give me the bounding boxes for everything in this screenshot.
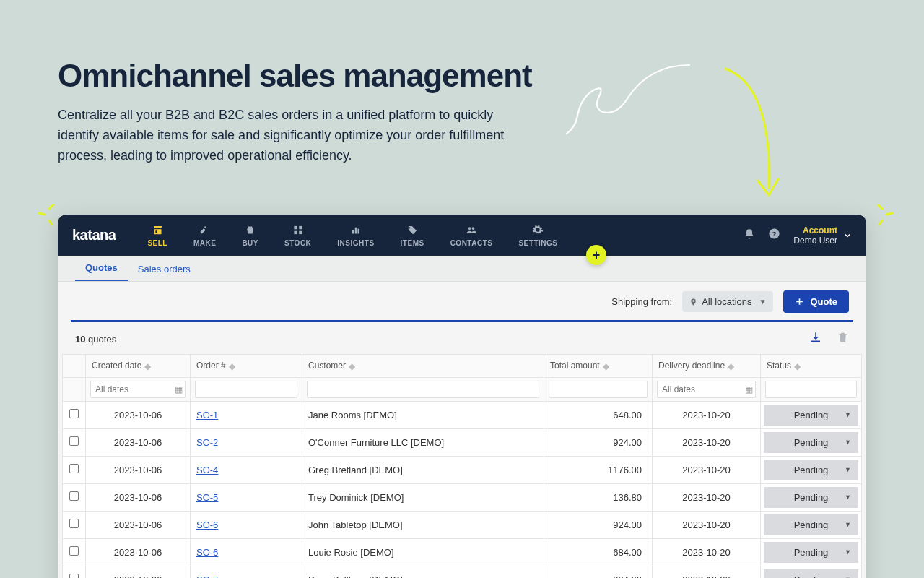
- cell-customer: John Tabletop [DEMO]: [302, 511, 544, 538]
- filter-status[interactable]: [765, 381, 857, 398]
- row-checkbox[interactable]: [69, 436, 79, 446]
- chart-icon: [350, 223, 362, 236]
- decorative-arrow-icon: [722, 65, 780, 210]
- row-checkbox[interactable]: [69, 409, 79, 418]
- account-menu[interactable]: Account Demo User: [793, 225, 852, 246]
- order-link[interactable]: SO-2: [196, 437, 218, 448]
- nav-buy[interactable]: BUY: [229, 215, 271, 256]
- cell-deadline: 2023-10-20: [653, 401, 761, 428]
- brand-logo[interactable]: katana: [72, 227, 116, 243]
- cell-amount: 924.00: [544, 511, 653, 538]
- nav-label: SETTINGS: [518, 239, 557, 247]
- add-fab-button[interactable]: +: [586, 245, 606, 265]
- help-icon[interactable]: ?: [768, 228, 780, 243]
- table-row: 2023-10-06SO-6Louie Rosie [DEMO]684.0020…: [63, 538, 862, 566]
- cell-amount: 136.80: [544, 483, 653, 511]
- table-row: 2023-10-06SO-5Trey Dominick [DEMO]136.80…: [63, 483, 862, 511]
- row-checkbox[interactable]: [69, 491, 79, 501]
- nav-stock[interactable]: STOCK: [271, 215, 324, 256]
- svg-rect-0: [294, 225, 297, 228]
- location-selector[interactable]: All locations ▼: [682, 291, 773, 312]
- filter-amount[interactable]: [549, 381, 648, 398]
- tag-icon: [406, 223, 419, 236]
- chevron-down-icon: ▼: [759, 298, 767, 306]
- table-row: 2023-10-06SO-7Pepe Ballham [DEMO]924.002…: [63, 566, 862, 578]
- download-icon[interactable]: [809, 331, 822, 347]
- boxes-icon: [292, 223, 304, 236]
- row-checkbox[interactable]: [69, 464, 79, 473]
- nav-settings[interactable]: SETTINGS: [505, 215, 570, 256]
- app-window: katana SELLMAKEBUYSTOCKINSIGHTSITEMSCONT…: [58, 215, 866, 578]
- caret-down-icon: ▼: [845, 411, 851, 418]
- svg-text:?: ?: [772, 230, 777, 238]
- store-icon: [152, 223, 164, 236]
- caret-down-icon: ▼: [845, 521, 851, 528]
- topbar: katana SELLMAKEBUYSTOCKINSIGHTSITEMSCONT…: [58, 215, 866, 256]
- svg-rect-5: [355, 227, 357, 233]
- status-dropdown[interactable]: Pending▼: [764, 460, 858, 480]
- table-row: 2023-10-06SO-1Jane Rooms [DEMO]648.00202…: [63, 401, 862, 428]
- filter-deadline[interactable]: [657, 381, 756, 398]
- cell-amount: 924.00: [544, 428, 653, 456]
- new-quote-button[interactable]: Quote: [783, 290, 849, 313]
- nav-sell[interactable]: SELL: [134, 215, 180, 256]
- account-user: Demo User: [793, 236, 837, 246]
- decorative-burst-left-icon: [33, 204, 55, 226]
- filter-customer[interactable]: [307, 381, 539, 398]
- order-link[interactable]: SO-5: [196, 492, 218, 503]
- filter-order[interactable]: [195, 381, 297, 398]
- cell-customer: Pepe Ballham [DEMO]: [302, 566, 544, 578]
- nav-contacts[interactable]: CONTACTS: [437, 215, 506, 256]
- pin-icon: [689, 297, 697, 307]
- table-row: 2023-10-06SO-2O'Conner Furniture LLC [DE…: [63, 428, 862, 456]
- nav-insights[interactable]: INSIGHTS: [324, 215, 387, 256]
- col-deadline[interactable]: Delivery deadline◆: [653, 355, 761, 378]
- caret-down-icon: ▼: [845, 493, 851, 501]
- nav-label: BUY: [242, 239, 258, 247]
- nav-items[interactable]: ITEMS: [388, 215, 437, 256]
- svg-point-7: [468, 227, 471, 230]
- cell-amount: 684.00: [544, 538, 653, 566]
- quotes-table: Created date◆ Order #◆ Customer◆ Total a…: [62, 354, 862, 578]
- status-dropdown[interactable]: Pending▼: [764, 542, 858, 563]
- cell-customer: Jane Rooms [DEMO]: [302, 401, 544, 428]
- cell-deadline: 2023-10-20: [653, 483, 761, 511]
- cell-created: 2023-10-06: [86, 456, 191, 483]
- tab-quotes[interactable]: Quotes: [75, 256, 128, 281]
- row-checkbox[interactable]: [69, 546, 79, 556]
- nav-make[interactable]: MAKE: [180, 215, 229, 256]
- toolbar: Shipping from: All locations ▼ Quote: [58, 282, 866, 320]
- row-checkbox[interactable]: [69, 519, 79, 528]
- tabbar: QuotesSales orders: [58, 256, 866, 282]
- results-count: 10 quotes: [75, 334, 116, 345]
- bell-icon[interactable]: [744, 228, 755, 243]
- tab-sales-orders[interactable]: Sales orders: [128, 257, 201, 281]
- order-link[interactable]: SO-7: [196, 574, 218, 578]
- col-amount[interactable]: Total amount◆: [544, 355, 653, 378]
- cell-created: 2023-10-06: [86, 401, 191, 428]
- nav-label: ITEMS: [401, 239, 424, 247]
- filter-created[interactable]: [90, 381, 186, 398]
- trash-icon[interactable]: [837, 331, 849, 347]
- col-created[interactable]: Created date◆: [86, 355, 191, 378]
- order-link[interactable]: SO-6: [196, 519, 218, 530]
- col-status[interactable]: Status◆: [761, 355, 862, 378]
- col-order[interactable]: Order #◆: [191, 355, 302, 378]
- cell-amount: 648.00: [544, 401, 653, 428]
- order-link[interactable]: SO-1: [196, 410, 218, 420]
- cell-deadline: 2023-10-20: [653, 428, 761, 456]
- order-link[interactable]: SO-4: [196, 465, 218, 475]
- caret-down-icon: ▼: [845, 548, 851, 556]
- status-dropdown[interactable]: Pending▼: [764, 432, 858, 453]
- svg-rect-2: [294, 230, 297, 233]
- nav-label: SELL: [147, 239, 167, 247]
- status-dropdown[interactable]: Pending▼: [764, 569, 858, 578]
- col-customer[interactable]: Customer◆: [302, 355, 544, 378]
- status-dropdown[interactable]: Pending▼: [764, 487, 858, 508]
- status-dropdown[interactable]: Pending▼: [764, 514, 858, 535]
- cell-deadline: 2023-10-20: [653, 566, 761, 578]
- row-checkbox[interactable]: [69, 574, 79, 578]
- order-link[interactable]: SO-6: [196, 547, 218, 558]
- svg-rect-1: [299, 225, 302, 228]
- status-dropdown[interactable]: Pending▼: [764, 405, 858, 426]
